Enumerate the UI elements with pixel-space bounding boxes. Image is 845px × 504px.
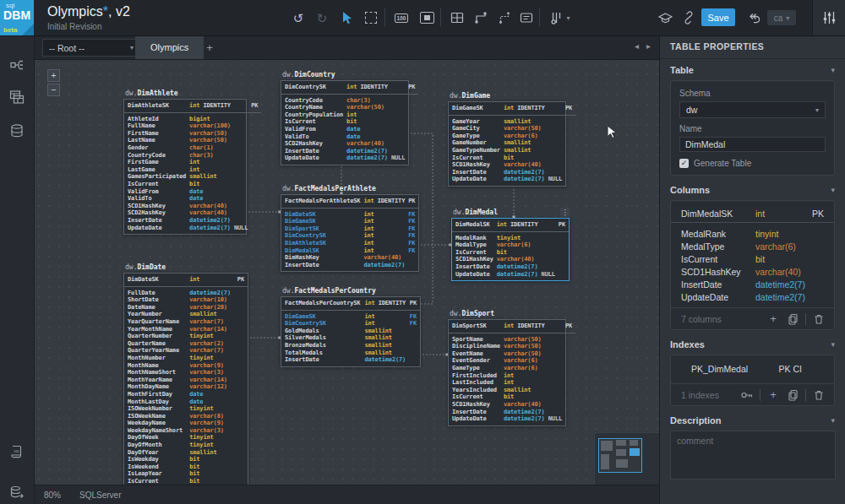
table-column-row[interactable]: FirstIncludedint	[449, 372, 575, 380]
table-column-row[interactable]: WeekdayNamevarchar(9)	[124, 420, 248, 427]
table-column-row[interactable]: LastGameint	[124, 166, 261, 174]
table-column-row[interactable]: TotalMedalssmallint	[281, 350, 420, 357]
key-index-button[interactable]	[740, 388, 754, 402]
section-header-indexes[interactable]: Indexes ▾	[660, 333, 845, 355]
add-tab-button[interactable]: +	[199, 35, 220, 59]
table-column-row[interactable]: MonthLastDaydate	[124, 398, 248, 406]
table-column-row[interactable]: FullNamevarchar(100)	[124, 122, 261, 130]
duplicate-column-button[interactable]	[786, 312, 799, 326]
minimap[interactable]: ↘	[594, 432, 659, 485]
table-column-row[interactable]: ValidFromdate	[124, 188, 261, 196]
table-column-row[interactable]: ValidTodate	[281, 133, 418, 141]
table-column-row[interactable]: ISOWeekNamevarchar(8)	[124, 413, 248, 420]
panel-column-row[interactable]: DimMedalSKintPK	[671, 204, 834, 223]
table-column-row[interactable]: QuarterYearNamevarchar(7)	[124, 347, 248, 355]
connector-tool-button[interactable]	[470, 7, 492, 29]
table-column-row[interactable]: EventGendervarchar(6)	[449, 357, 575, 365]
zoom-level-label[interactable]: 80%	[44, 490, 61, 500]
table-column-row[interactable]: DimMedalSKintFK	[281, 247, 418, 255]
table-column-row[interactable]: DimAthleteSKintFK	[281, 240, 418, 247]
table-column-row[interactable]: InsertDatedatetime2(7)	[449, 409, 575, 416]
table-column-row[interactable]: BronzeMedalssmallint	[281, 342, 420, 350]
table-column-row[interactable]: DimDateSKintFK	[281, 209, 418, 219]
table-column-row[interactable]: IsCurrentbit	[449, 393, 575, 401]
table-column-row[interactable]: ShortDatevarchar(10)	[124, 296, 248, 304]
table-column-row[interactable]: QuarterNumbertinyint	[124, 333, 248, 340]
zoom-100-button[interactable]: 100	[390, 7, 412, 29]
diagram-table-FactMedalsPerAthlete[interactable]: dw.FactMedalsPerAthleteFactMedalsPerAthl…	[281, 194, 419, 272]
revision-label[interactable]: Initial Revision	[47, 22, 130, 31]
table-pk-row[interactable]: DimSportSKint IDENTITYPK	[449, 321, 575, 333]
table-column-row[interactable]: SilverMedalssmallint	[281, 334, 420, 342]
panel-column-row[interactable]: MedalTypevarchar(6)	[671, 240, 834, 252]
table-column-row[interactable]: UpdateDatedatetime2(7) NULL	[449, 176, 575, 183]
tab-scroll-left-icon[interactable]: ◂	[635, 41, 639, 51]
table-column-row[interactable]: ValidTodate	[124, 195, 261, 203]
table-column-row[interactable]: InsertDatedatetime2(7)	[449, 169, 575, 176]
table-column-row[interactable]: CountryCodechar(3)	[124, 152, 261, 160]
zoom-in-button[interactable]: +	[47, 69, 60, 82]
save-button[interactable]: Save	[701, 8, 735, 26]
section-header-columns[interactable]: Columns ▾	[660, 179, 845, 200]
table-column-row[interactable]: IsWeekdaybit	[124, 456, 248, 463]
table-column-row[interactable]: GameTypevarchar(6)	[449, 365, 575, 372]
table-column-row[interactable]: MonthYearNamevarchar(14)	[124, 377, 248, 384]
panel-column-row[interactable]: MedalRanktinyint	[671, 227, 834, 240]
table-pk-row[interactable]: DimMedalSKint IDENTITYPK	[452, 219, 569, 232]
table-column-row[interactable]: DimHashKeyvarchar(40)	[281, 254, 418, 262]
section-header-description[interactable]: Description ▾	[660, 409, 845, 431]
panel-column-row[interactable]: IsCurrentbit	[671, 252, 834, 265]
generate-table-checkbox[interactable]: ✓	[679, 159, 689, 168]
table-column-row[interactable]: DateNamevarchar(20)	[124, 304, 248, 312]
dialect-label[interactable]: SQLServer	[79, 490, 121, 500]
table-column-row[interactable]: SCD1HashKeyvarchar(40)	[452, 256, 569, 263]
table-column-row[interactable]: AthleteIdbigint	[124, 113, 261, 123]
table-column-row[interactable]: FirstNamevarchar(50)	[124, 130, 261, 138]
table-column-row[interactable]: MonthDayNamevarchar(12)	[124, 383, 248, 391]
table-column-row[interactable]: DimCountrySKintFK	[281, 232, 418, 240]
diagram-table-DimAthlete[interactable]: dw.DimAthleteDimAthleteSKint IDENTITYPKA…	[123, 99, 247, 235]
table-column-row[interactable]: DimGameSKintFK	[281, 218, 418, 225]
redo-button[interactable]: ↻	[311, 7, 333, 29]
table-pk-row[interactable]: DimCountrySKint IDENTITYPK	[281, 82, 418, 95]
table-column-row[interactable]: MonthNamevarchar(9)	[124, 362, 248, 370]
diagram-table-DimSport[interactable]: dw.DimSportDimSportSKint IDENTITYPKSport…	[448, 319, 566, 426]
table-pk-row[interactable]: DimAthleteSKint IDENTITYPK	[124, 100, 261, 113]
delete-column-button[interactable]	[812, 312, 826, 326]
table-column-row[interactable]: GameCityvarchar(50)	[449, 125, 575, 133]
table-column-row[interactable]: Genderchar(1)	[124, 144, 261, 152]
table-pk-row[interactable]: DimGameSKint IDENTITYPK	[449, 103, 575, 116]
table-column-row[interactable]: DayOfYearsmallint	[124, 449, 248, 457]
table-column-row[interactable]: DayOfWeektinyint	[124, 434, 248, 442]
add-index-button[interactable]: +	[766, 388, 780, 402]
table-column-row[interactable]: CountryCodechar(3)	[281, 95, 418, 105]
table-column-row[interactable]: QuarterNamevarchar(2)	[124, 340, 248, 348]
table-column-row[interactable]: InsertDatedatetime2(7)	[281, 356, 420, 364]
table-column-row[interactable]: GameYearsmallint	[449, 116, 575, 126]
table-column-row[interactable]: GoldMedalssmallint	[281, 328, 420, 335]
table-column-row[interactable]: InsertDatedatetime2(7)	[281, 262, 418, 269]
table-pk-row[interactable]: DimDateSKintPK	[124, 274, 248, 287]
diagram-canvas[interactable]: dw.DimAthleteDimAthleteSKint IDENTITYPKA…	[34, 59, 659, 485]
diagram-table-DimGame[interactable]: dw.DimGameDimGameSKint IDENTITYPKGameYea…	[448, 101, 566, 187]
table-column-row[interactable]: GamesParticipatedsmallint	[124, 173, 261, 181]
pointer-tool-button[interactable]	[336, 7, 358, 29]
table-column-row[interactable]: SCD1HashKeyvarchar(40)	[449, 161, 575, 169]
display-settings-button[interactable]	[812, 0, 845, 35]
table-column-row[interactable]: CountryNamevarchar(50)	[281, 104, 418, 111]
table-column-row[interactable]: DimGameSKintFK	[281, 311, 420, 321]
table-column-row[interactable]: MonthNameShortvarchar(3)	[124, 369, 248, 377]
table-column-row[interactable]: LastNamevarchar(50)	[124, 137, 261, 144]
table-column-row[interactable]: EventNamevarchar(50)	[449, 350, 575, 358]
delete-index-button[interactable]	[812, 388, 826, 402]
diagram-table-DimMedal[interactable]: dw.DimMedal⋮DimMedalSKint IDENTITYPKMeda…	[451, 218, 570, 281]
table-column-row[interactable]: GameTypevarchar(6)	[449, 133, 575, 140]
table-column-row[interactable]: LastIncludedint	[449, 379, 575, 387]
panel-column-row[interactable]: UpdateDatedatetime2(7)	[671, 290, 834, 303]
minimap-viewport[interactable]	[598, 438, 642, 473]
table-column-row[interactable]: YearQuarterNamevarchar(7)	[124, 318, 248, 326]
app-logo[interactable]: sql DBM beta	[0, 0, 34, 35]
share-link-button[interactable]	[678, 7, 700, 29]
table-column-row[interactable]: GameNumbersmallint	[449, 139, 575, 147]
marquee-select-button[interactable]	[360, 7, 382, 29]
